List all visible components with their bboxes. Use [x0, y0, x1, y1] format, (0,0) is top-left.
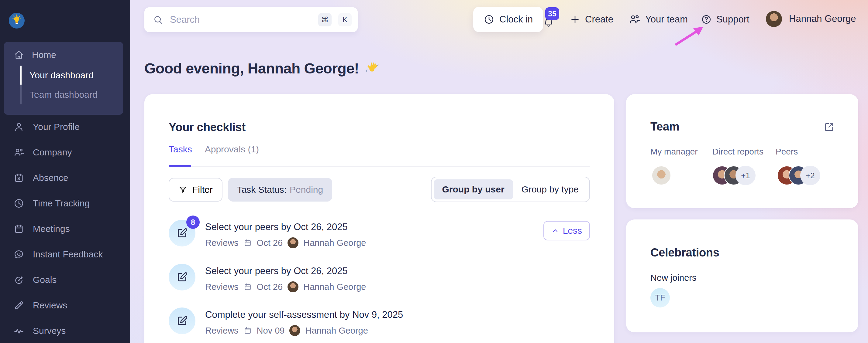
funnel-icon	[178, 185, 188, 194]
celebrations-card: Celebrations New joiners TF	[626, 219, 858, 332]
sidebar-item-absence[interactable]: Absence	[0, 165, 130, 191]
edit-square-icon	[176, 227, 188, 239]
assignee-avatar	[289, 325, 300, 336]
direct-reports-overflow-chip[interactable]: +1	[736, 166, 755, 185]
sidebar-home-label: Home	[32, 50, 56, 60]
question-circle-icon	[701, 14, 712, 25]
new-joiner-initials-avatar[interactable]: TF	[650, 288, 670, 307]
tabs-divider	[169, 166, 590, 167]
search-input[interactable]	[170, 14, 312, 25]
sidebar-item-label: Absence	[33, 173, 68, 183]
edit-square-icon	[176, 314, 188, 327]
task-meta: Reviews Oct 26 Hannah George	[205, 237, 366, 248]
task-count-badge: 8	[186, 215, 200, 229]
sidebar-item-team-dashboard[interactable]: Team dashboard	[29, 85, 97, 104]
tab-approvals[interactable]: Approvals (1)	[205, 144, 259, 155]
k-key-badge: K	[338, 13, 352, 26]
group-by-toggle: Group by user Group by type	[431, 177, 590, 202]
search-bar: ⌘ K	[144, 7, 358, 32]
task-due-date: Nov 09	[257, 326, 285, 336]
filter-button[interactable]: Filter	[169, 178, 222, 202]
task-assignee: Hannah George	[303, 238, 366, 248]
task-status-value: Pending	[290, 184, 323, 195]
sidebar-item-instant-feedback[interactable]: Instant Feedback	[0, 242, 130, 267]
task-row[interactable]: 8 Select your peers by Oct 26, 2025 Revi…	[169, 220, 590, 256]
external-link-icon	[823, 121, 835, 133]
task-edit-icon-circle	[169, 264, 195, 290]
team-column-direct-reports: Direct reports	[712, 147, 764, 157]
sidebar-item-label: Reviews	[33, 300, 67, 311]
chat-smile-icon	[13, 249, 24, 260]
sidebar-item-label: Goals	[33, 275, 57, 285]
clock-in-button[interactable]: Clock in	[473, 7, 543, 32]
plus-icon	[569, 14, 581, 25]
team-column-peers: Peers	[776, 147, 798, 157]
notifications-count-badge: 35	[545, 7, 559, 20]
celebrations-title: Celebrations	[650, 246, 719, 259]
collapse-less-button[interactable]: Less	[544, 221, 590, 240]
task-title: Select your peers by Oct 26, 2025	[205, 221, 348, 233]
create-button[interactable]: Create	[569, 12, 613, 27]
home-icon	[14, 50, 24, 60]
task-title: Complete your self-assessment by Nov 9, …	[205, 309, 403, 320]
sidebar-item-goals[interactable]: Goals	[0, 267, 130, 293]
support-button[interactable]: Support	[701, 12, 749, 27]
task-status-filter-chip[interactable]: Task Status: Pending	[228, 178, 333, 202]
sidebar-item-time-tracking[interactable]: Time Tracking	[0, 191, 130, 216]
people-icon	[13, 147, 24, 158]
sidebar-item-label: Instant Feedback	[33, 249, 103, 260]
sidebar-item-surveys[interactable]: Surveys	[0, 318, 130, 343]
target-icon	[13, 274, 24, 285]
task-due-date: Oct 26	[257, 282, 283, 292]
calendar-icon	[13, 224, 24, 234]
your-team-button[interactable]: Your team	[628, 12, 688, 27]
chevron-up-icon	[551, 227, 559, 235]
task-row[interactable]: Complete your self-assessment by Nov 9, …	[169, 307, 590, 343]
team-title: Team	[650, 120, 679, 133]
sidebar-item-meetings[interactable]: Meetings	[0, 216, 130, 242]
sidebar-sub-rail	[20, 66, 22, 104]
task-assignee: Hannah George	[305, 326, 368, 336]
sidebar-item-company[interactable]: Company	[0, 140, 130, 165]
group-by-type-segment[interactable]: Group by type	[513, 179, 587, 199]
clock-in-label: Clock in	[499, 14, 533, 25]
peers-overflow-chip[interactable]: +2	[800, 166, 820, 185]
sidebar-item-reviews[interactable]: Reviews	[0, 293, 130, 318]
people-icon	[628, 13, 641, 26]
checklist-card: Your checklist Tasks Approvals (1) Filte…	[144, 94, 614, 343]
sidebar-menu: Your Profile Company Absence Time Tracki…	[0, 114, 130, 343]
search-icon	[153, 14, 163, 25]
task-category: Reviews	[205, 326, 239, 336]
manager-avatar[interactable]	[652, 166, 671, 185]
task-edit-icon-circle: 8	[169, 220, 195, 246]
filter-row: Filter Task Status: Pending	[169, 178, 332, 202]
task-status-label: Task Status:	[237, 184, 287, 195]
task-meta: Reviews Oct 26 Hannah George	[205, 281, 366, 292]
user-menu[interactable]: Hannah George	[766, 11, 856, 26]
clock-icon	[484, 14, 494, 25]
task-assignee: Hannah George	[303, 282, 366, 292]
app-logo-lightbulb-icon[interactable]	[9, 13, 25, 29]
tab-tasks[interactable]: Tasks	[169, 144, 192, 155]
user-name: Hannah George	[789, 13, 856, 24]
sidebar-item-label: Meetings	[33, 224, 70, 234]
calendar-icon	[243, 283, 252, 291]
team-card: Team My manager Direct reports Peers +1 …	[626, 94, 858, 208]
task-meta: Reviews Nov 09 Hannah George	[205, 325, 368, 336]
sidebar-item-your-dashboard[interactable]: Your dashboard	[29, 66, 94, 85]
sidebar-sub-rail-active	[20, 66, 22, 85]
assignee-avatar	[287, 237, 299, 248]
clock-icon	[13, 198, 24, 209]
task-title: Select your peers by Oct 26, 2025	[205, 266, 348, 277]
open-team-button[interactable]	[823, 121, 835, 133]
task-category: Reviews	[205, 238, 239, 248]
sidebar-item-your-profile[interactable]: Your Profile	[0, 114, 130, 140]
calendar-icon	[243, 326, 252, 335]
task-row[interactable]: Select your peers by Oct 26, 2025 Review…	[169, 264, 590, 300]
user-avatar	[766, 11, 782, 27]
sidebar-item-home[interactable]: Home	[14, 50, 56, 60]
assignee-avatar	[287, 281, 299, 292]
active-tab-underline	[169, 165, 191, 167]
group-by-user-segment[interactable]: Group by user	[434, 179, 513, 199]
new-joiners-label: New joiners	[650, 273, 696, 283]
